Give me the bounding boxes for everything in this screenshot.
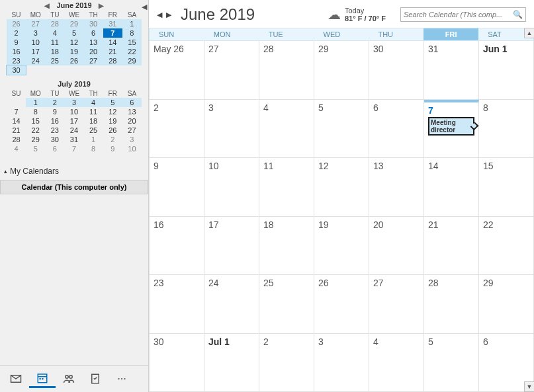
day-cell[interactable]: Jun 1 [479, 41, 534, 100]
mini-day[interactable]: 24 [26, 56, 45, 65]
day-cell[interactable]: 22 [479, 217, 534, 276]
search-input[interactable] [404, 11, 513, 19]
mini-day[interactable]: 22 [122, 47, 142, 56]
mini-day[interactable]: 5 [26, 144, 45, 153]
mini-day[interactable] [7, 98, 26, 107]
mini-day[interactable]: 12 [103, 107, 122, 116]
mini-day[interactable]: 28 [7, 135, 26, 144]
mini-day[interactable]: 9 [7, 38, 26, 47]
day-cell[interactable]: 30 [150, 334, 204, 393]
day-cell[interactable]: 10 [204, 158, 259, 217]
day-cell[interactable]: 28 [424, 275, 479, 334]
mini-day[interactable]: 28 [103, 56, 122, 65]
day-cell[interactable]: 26 [314, 275, 369, 334]
next-month-icon[interactable]: ▶ [166, 11, 171, 19]
mini-day[interactable]: 1 [122, 19, 142, 28]
mini-day[interactable]: 12 [64, 38, 83, 47]
mini-day[interactable]: 4 [7, 144, 26, 153]
scroll-up-icon[interactable]: ▲ [524, 28, 534, 38]
mini-day[interactable]: 13 [84, 38, 103, 47]
day-cell[interactable]: 2 [150, 100, 204, 159]
mini-day[interactable]: 31 [64, 135, 83, 144]
day-cell[interactable]: 17 [204, 217, 259, 276]
mini-day[interactable]: 25 [45, 56, 64, 65]
day-cell[interactable]: 9 [150, 158, 204, 217]
day-cell[interactable]: 21 [424, 217, 479, 276]
day-cell[interactable]: 27 [369, 275, 424, 334]
mini-day[interactable]: 18 [84, 116, 103, 126]
day-cell[interactable]: 5 [424, 334, 479, 393]
mini-day[interactable]: 16 [7, 47, 26, 56]
mini-day[interactable]: 24 [64, 126, 83, 135]
day-cell[interactable]: 31 [424, 41, 479, 100]
day-cell[interactable]: 5 [314, 100, 369, 159]
mini-day[interactable]: 3 [122, 135, 142, 144]
mini-day[interactable]: 27 [26, 19, 45, 28]
mini-day[interactable]: 5 [64, 28, 83, 38]
mini-day[interactable]: 7 [7, 107, 26, 116]
mini-day[interactable]: 10 [26, 38, 45, 47]
day-cell[interactable]: 19 [314, 217, 369, 276]
mini-day[interactable]: 29 [64, 19, 83, 28]
mini-day[interactable]: 15 [122, 38, 142, 47]
mini-day[interactable]: 13 [122, 107, 142, 116]
mini-day[interactable]: 30 [84, 19, 103, 28]
day-cell[interactable]: 20 [369, 217, 424, 276]
mini-day[interactable]: 6 [45, 144, 64, 153]
mini-day[interactable]: 5 [103, 98, 122, 107]
day-cell[interactable]: Jul 1 [204, 334, 259, 393]
day-cell[interactable]: 29 [479, 275, 534, 334]
calendar-event[interactable]: Meeting director [428, 117, 474, 136]
day-cell[interactable]: 3 [204, 100, 259, 159]
collapse-sidebar-icon[interactable]: ◀ [142, 3, 147, 11]
mini-day[interactable]: 8 [122, 28, 142, 38]
more-icon[interactable] [109, 370, 135, 388]
day-cell[interactable]: 12 [314, 158, 369, 217]
mini-day[interactable]: 17 [64, 116, 83, 126]
mini-day[interactable]: 14 [7, 116, 26, 126]
mini-day[interactable]: 20 [122, 116, 142, 126]
day-cell[interactable]: May 26 [150, 41, 204, 100]
mini-day[interactable]: 4 [45, 28, 64, 38]
mini-day[interactable]: 17 [26, 47, 45, 56]
mini-day[interactable]: 14 [103, 38, 122, 47]
mini-day[interactable]: 3 [64, 98, 83, 107]
day-cell[interactable]: 23 [150, 275, 204, 334]
day-cell[interactable]: 4 [369, 334, 424, 393]
mini-day[interactable]: 9 [45, 107, 64, 116]
mini-day[interactable]: 1 [26, 98, 45, 107]
scroll-down-icon[interactable]: ▼ [524, 381, 534, 392]
day-cell[interactable]: 2 [259, 334, 314, 393]
mini-day[interactable]: 22 [26, 126, 45, 135]
mini-day[interactable]: 26 [103, 126, 122, 135]
mini-day[interactable]: 2 [103, 135, 122, 144]
day-cell[interactable]: 13 [369, 158, 424, 217]
day-cell[interactable]: 28 [259, 41, 314, 100]
mini-day[interactable]: 6 [122, 98, 142, 107]
day-cell[interactable]: 25 [259, 275, 314, 334]
mini-day[interactable]: 10 [122, 144, 142, 153]
prev-month-icon[interactable]: ◀ [157, 11, 162, 19]
mini-day[interactable]: 8 [84, 144, 103, 153]
mini-day[interactable]: 30 [7, 65, 26, 75]
mini-day[interactable]: 19 [64, 47, 83, 56]
mini-day[interactable]: 2 [7, 28, 26, 38]
mini-day[interactable]: 29 [122, 56, 142, 65]
day-cell[interactable]: 18 [259, 217, 314, 276]
tasks-icon[interactable] [82, 370, 109, 388]
mini-day[interactable]: 30 [45, 135, 64, 144]
day-cell[interactable]: 6 [369, 100, 424, 159]
mini-next-icon[interactable]: ▶ [96, 2, 107, 9]
mini-day[interactable]: 1 [84, 135, 103, 144]
mini-day[interactable]: 11 [45, 38, 64, 47]
day-cell[interactable]: 30 [369, 41, 424, 100]
day-cell[interactable]: 11 [259, 158, 314, 217]
mini-day[interactable]: 8 [26, 107, 45, 116]
search-icon[interactable]: 🔍 [513, 10, 523, 19]
day-cell[interactable]: 24 [204, 275, 259, 334]
mini-day[interactable]: 15 [26, 116, 45, 126]
mini-day[interactable]: 10 [64, 107, 83, 116]
mini-day[interactable]: 28 [45, 19, 64, 28]
day-cell[interactable]: 3 [314, 334, 369, 393]
calendar-icon[interactable] [29, 370, 56, 388]
